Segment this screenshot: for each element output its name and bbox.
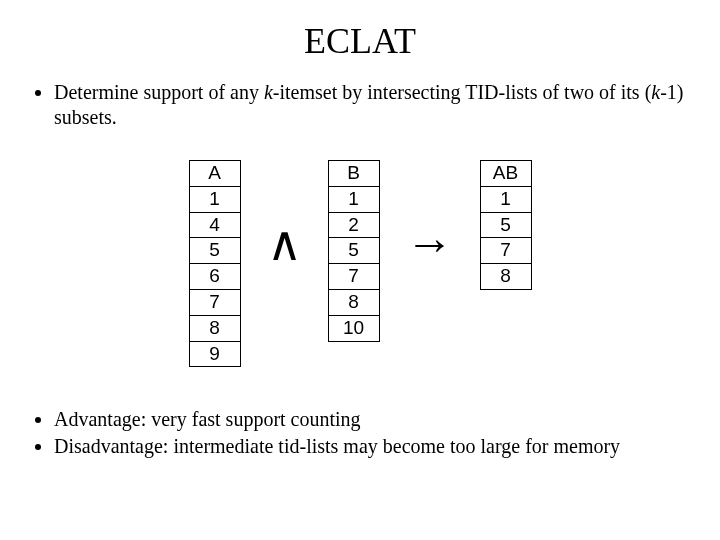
table-cell: 4 [189, 212, 240, 238]
page-title: ECLAT [30, 20, 690, 62]
table-cell: 9 [189, 341, 240, 367]
table-cell: 5 [480, 212, 531, 238]
table-cell: 10 [328, 315, 379, 341]
table-cell: 2 [328, 212, 379, 238]
arrow-icon: → [406, 220, 454, 308]
table-cell: 7 [189, 289, 240, 315]
tidlist-a-header: A [189, 161, 240, 187]
table-cell: 1 [328, 186, 379, 212]
text-mid: -itemset by intersecting TID-lists of tw… [273, 81, 651, 103]
text-k: k [264, 81, 273, 103]
bullet-disadvantage: Disadvantage: intermediate tid-lists may… [54, 434, 690, 459]
text-km1: k [651, 81, 660, 103]
table-cell: 5 [189, 238, 240, 264]
table-cell: 1 [189, 186, 240, 212]
tid-diagram: A 1 4 5 6 7 8 9 ∧ B 1 2 5 7 8 10 → AB 1 … [30, 160, 690, 367]
table-cell: 7 [480, 238, 531, 264]
tidlist-b: B 1 2 5 7 8 10 [328, 160, 380, 342]
bottom-bullets: Advantage: very fast support counting Di… [30, 407, 690, 459]
tidlist-a: A 1 4 5 6 7 8 9 [189, 160, 241, 367]
table-cell: 5 [328, 238, 379, 264]
bullet-determine-support: Determine support of any k-itemset by in… [54, 80, 690, 130]
tidlist-b-header: B [328, 161, 379, 187]
table-cell: 7 [328, 264, 379, 290]
and-icon: ∧ [267, 220, 302, 308]
table-cell: 8 [328, 289, 379, 315]
tidlist-ab-header: AB [480, 161, 531, 187]
top-bullets: Determine support of any k-itemset by in… [30, 80, 690, 130]
bullet-advantage: Advantage: very fast support counting [54, 407, 690, 432]
table-cell: 8 [189, 315, 240, 341]
table-cell: 8 [480, 264, 531, 290]
table-cell: 1 [480, 186, 531, 212]
text-prefix: Determine support of any [54, 81, 264, 103]
table-cell: 6 [189, 264, 240, 290]
tidlist-ab: AB 1 5 7 8 [480, 160, 532, 290]
